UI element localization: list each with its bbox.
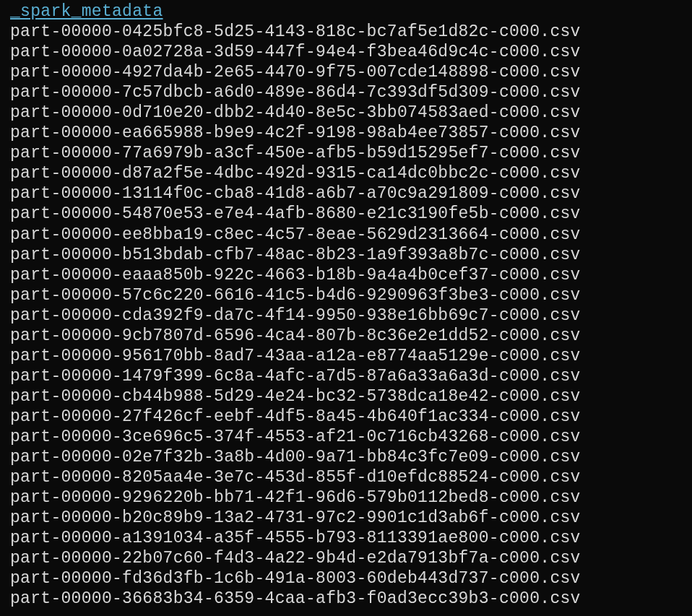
file-item: part-00000-b513bdab-cfb7-48ac-8b23-1a9f3… [10,245,682,265]
file-item: part-00000-fd36d3fb-1c6b-491a-8003-60deb… [10,568,682,589]
file-item: part-00000-8205aa4e-3e7c-453d-855f-d10ef… [10,467,682,487]
file-item: part-00000-7c57dbcb-a6d0-489e-86d4-7c393… [10,82,682,103]
file-item: part-00000-9296220b-bb71-42f1-96d6-579b0… [10,487,682,508]
file-item: part-00000-9cb7807d-6596-4ca4-807b-8c36e… [10,326,682,346]
file-item: part-00000-b20c89b9-13a2-4731-97c2-9901c… [10,508,682,528]
file-item: part-00000-22b07c60-f4d3-4a22-9b4d-e2da7… [10,548,682,568]
file-item: part-00000-eaaa850b-922c-4663-b18b-9a4a4… [10,265,682,285]
file-item: part-00000-57c6c220-6616-41c5-b4d6-92909… [10,285,682,305]
file-item: part-00000-cda392f9-da7c-4f14-9950-938e1… [10,305,682,326]
file-item: part-00000-956170bb-8ad7-43aa-a12a-e8774… [10,346,682,366]
file-item: part-00000-ee8bba19-c8ec-4c57-8eae-5629d… [10,225,682,245]
file-item: part-00000-0d710e20-dbb2-4d40-8e5c-3bb07… [10,103,682,123]
file-item: part-00000-54870e53-e7e4-4afb-8680-e21c3… [10,204,682,224]
file-item: part-00000-36683b34-6359-4caa-afb3-f0ad3… [10,589,682,609]
file-item: part-00000-d87a2f5e-4dbc-492d-9315-ca14d… [10,163,682,183]
file-item: part-00000-a1391034-a35f-4555-b793-81133… [10,528,682,548]
file-item: part-00000-27f426cf-eebf-4df5-8a45-4b640… [10,407,682,427]
file-item: part-00000-77a6979b-a3cf-450e-afb5-b59d1… [10,143,682,163]
file-item: part-00000-02e7f32b-3a8b-4d00-9a71-bb84c… [10,447,682,467]
file-item: part-00000-ea665988-b9e9-4c2f-9198-98ab4… [10,123,682,143]
file-item: part-00000-4927da4b-2e65-4470-9f75-007cd… [10,62,682,82]
file-item: part-00000-cb44b988-5d29-4e24-bc32-5738d… [10,386,682,407]
file-link-item[interactable]: _spark_metadata [10,1,682,22]
file-item: part-00000-1479f399-6c8a-4afc-a7d5-87a6a… [10,366,682,386]
file-item: part-00000-0a02728a-3d59-447f-94e4-f3bea… [10,42,682,62]
file-list: _spark_metadatapart-00000-0425bfc8-5d25-… [10,1,682,609]
file-item: part-00000-3ce696c5-374f-4553-af21-0c716… [10,427,682,447]
file-item: part-00000-13114f0c-cba8-41d8-a6b7-a70c9… [10,183,682,204]
file-item: part-00000-0425bfc8-5d25-4143-818c-bc7af… [10,22,682,42]
